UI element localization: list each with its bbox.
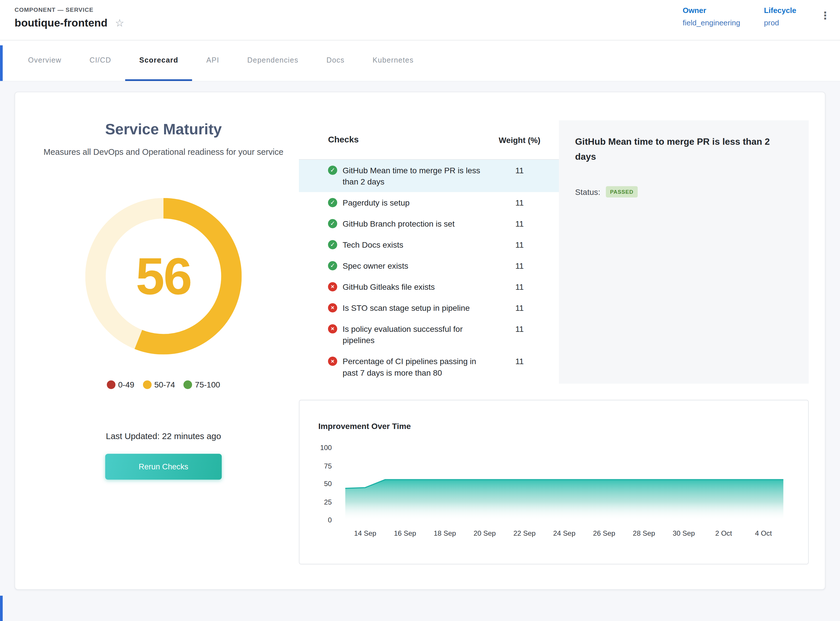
scorecard-card: Service Maturity Measures all DevOps and… <box>15 92 826 589</box>
scorecard-subtitle: Measures all DevOps and Operational read… <box>36 145 290 159</box>
check-weight: 11 <box>490 218 549 229</box>
x-axis-tick: 28 Sep <box>624 529 664 538</box>
owner-block: Owner field_engineering <box>683 6 740 27</box>
legend-item: 75-100 <box>184 380 220 389</box>
entity-kind-label: COMPONENT — SERVICE <box>15 6 124 13</box>
check-weight: 11 <box>490 302 549 314</box>
x-axis-tick: 2 Oct <box>704 529 743 538</box>
tab-overview[interactable]: Overview <box>14 40 76 81</box>
check-row[interactable]: ×Percentage of CI pipelines passing in p… <box>299 351 559 383</box>
check-row[interactable]: ×Is policy evaluation successful for pip… <box>299 318 559 351</box>
check-label: Is STO scan stage setup in pipeline <box>342 302 490 314</box>
check-weight: 11 <box>490 323 549 335</box>
legend-item: 0-49 <box>107 380 134 389</box>
y-axis-tick: 75 <box>308 462 332 470</box>
check-failed-icon: × <box>328 357 337 366</box>
entity-heading: COMPONENT — SERVICE boutique-frontend ☆ <box>15 0 124 40</box>
check-detail-panel: GitHub Mean time to merge PR is less tha… <box>559 120 809 383</box>
y-axis-tick: 50 <box>308 480 332 488</box>
kebab-menu-icon[interactable]: ⋮ <box>820 9 831 22</box>
check-label: Is policy evaluation successful for pipe… <box>342 323 490 346</box>
favorite-star-icon[interactable]: ☆ <box>115 18 124 28</box>
check-weight: 11 <box>490 165 549 176</box>
check-failed-icon: × <box>328 282 337 291</box>
weight-column-header: Weight (%) <box>490 135 549 144</box>
x-axis-tick: 20 Sep <box>465 529 504 538</box>
check-row[interactable]: ✓GitHub Branch protection is set11 <box>299 213 559 234</box>
score-value: 56 <box>85 198 242 354</box>
check-label: Percentage of CI pipelines passing in pa… <box>342 356 490 378</box>
tab-scorecard[interactable]: Scorecard <box>125 40 192 81</box>
score-legend: 0-4950-7475-100 <box>15 380 312 389</box>
checks-column-header: Checks <box>328 135 490 145</box>
chart-title: Improvement Over Time <box>318 421 411 431</box>
lifecycle-block: Lifecycle prod <box>764 6 796 27</box>
x-axis-tick: 18 Sep <box>425 529 465 538</box>
legend-label: 75-100 <box>195 380 220 389</box>
lifecycle-value: prod <box>764 18 796 27</box>
check-label: Pagerduty is setup <box>342 197 490 208</box>
check-row[interactable]: ✓Spec owner exists11 <box>299 255 559 276</box>
nav-accent-bar-top <box>0 45 3 81</box>
check-row[interactable]: ✓GitHub Mean time to merge PR is less th… <box>299 160 559 192</box>
x-axis-tick: 4 Oct <box>743 529 783 538</box>
rerun-checks-button[interactable]: Rerun Checks <box>105 454 222 480</box>
area-fill <box>345 480 784 520</box>
entity-meta: Owner field_engineering Lifecycle prod ⋮ <box>683 0 830 40</box>
checks-panel: Checks Weight (%) ✓GitHub Mean time to m… <box>299 120 559 383</box>
status-badge: PASSED <box>605 186 638 197</box>
check-label: Spec owner exists <box>342 260 490 271</box>
tab-bar: OverviewCI/CDScorecardAPIDependenciesDoc… <box>0 40 840 81</box>
y-axis-tick: 25 <box>308 498 332 506</box>
x-axis-tick: 24 Sep <box>544 529 584 538</box>
tab-dependencies[interactable]: Dependencies <box>233 40 312 81</box>
tab-docs[interactable]: Docs <box>312 40 359 81</box>
main-content: Service Maturity Measures all DevOps and… <box>0 82 840 621</box>
x-axis-tick: 16 Sep <box>385 529 425 538</box>
check-label: GitHub Branch protection is set <box>342 218 490 229</box>
legend-dot <box>184 380 192 389</box>
maturity-summary: Service Maturity Measures all DevOps and… <box>15 92 312 589</box>
check-row[interactable]: ×GitHub Gitleaks file exists11 <box>299 276 559 297</box>
check-weight: 11 <box>490 197 549 208</box>
checks-header-row: Checks Weight (%) <box>299 120 559 160</box>
check-weight: 11 <box>490 239 549 250</box>
tab-kubernetes[interactable]: Kubernetes <box>359 40 428 81</box>
checks-list: ✓GitHub Mean time to merge PR is less th… <box>299 160 559 383</box>
owner-label: Owner <box>683 6 740 15</box>
score-donut: 56 <box>85 198 242 354</box>
legend-label: 0-49 <box>118 380 134 389</box>
app-viewport: COMPONENT — SERVICE boutique-frontend ☆ … <box>0 0 840 621</box>
improvement-chart-panel: Improvement Over Time 100755025014 Sep16… <box>299 400 809 565</box>
y-axis-tick: 0 <box>308 516 332 524</box>
check-passed-icon: ✓ <box>328 261 337 270</box>
lifecycle-label: Lifecycle <box>764 6 796 15</box>
scorecard-title: Service Maturity <box>15 121 312 138</box>
check-failed-icon: × <box>328 303 337 312</box>
x-axis-tick: 22 Sep <box>504 529 544 538</box>
y-axis-tick: 100 <box>308 444 332 451</box>
tab-ci-cd[interactable]: CI/CD <box>76 40 126 81</box>
check-label: Tech Docs exists <box>342 239 490 250</box>
legend-dot <box>143 380 151 389</box>
check-passed-icon: ✓ <box>328 198 337 207</box>
check-failed-icon: × <box>328 324 337 333</box>
check-status-row: Status: PASSED <box>575 186 792 197</box>
last-updated-text: Last Updated: 22 minutes ago <box>15 432 312 441</box>
x-axis-tick: 26 Sep <box>584 529 624 538</box>
x-axis-tick: 30 Sep <box>664 529 704 538</box>
check-label: GitHub Mean time to merge PR is less tha… <box>342 165 490 188</box>
legend-label: 50-74 <box>154 380 175 389</box>
check-row[interactable]: ✓Tech Docs exists11 <box>299 234 559 255</box>
check-passed-icon: ✓ <box>328 240 337 249</box>
check-row[interactable]: ×Is STO scan stage setup in pipeline11 <box>299 297 559 318</box>
legend-item: 50-74 <box>143 380 175 389</box>
check-weight: 11 <box>490 281 549 292</box>
check-detail-title: GitHub Mean time to merge PR is less tha… <box>575 134 787 165</box>
owner-value-link[interactable]: field_engineering <box>683 18 740 27</box>
tab-api[interactable]: API <box>192 40 233 81</box>
page-header: COMPONENT — SERVICE boutique-frontend ☆ … <box>0 0 840 40</box>
page-title: boutique-frontend <box>15 17 107 29</box>
check-weight: 11 <box>490 260 549 271</box>
check-row[interactable]: ✓Pagerduty is setup11 <box>299 192 559 213</box>
